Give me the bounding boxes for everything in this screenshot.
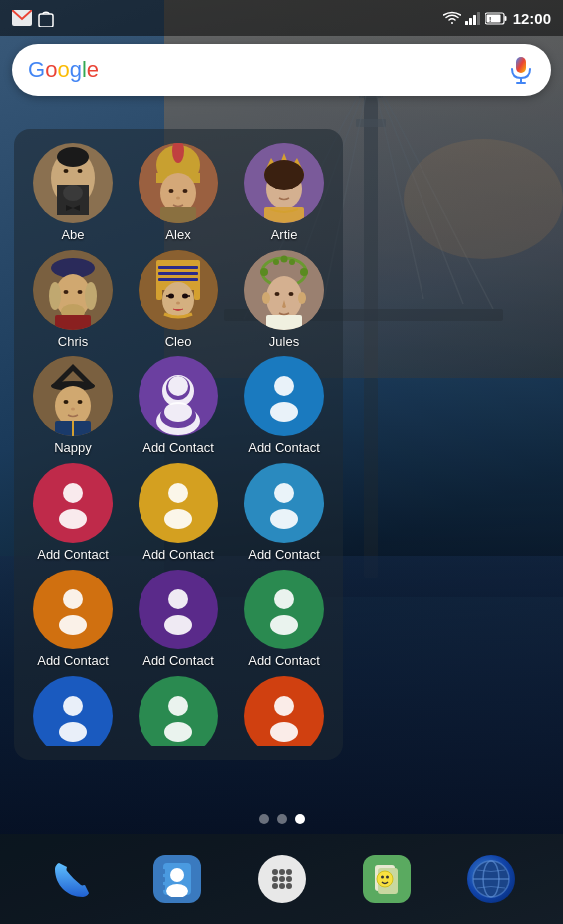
gmail-icon — [12, 10, 32, 26]
wifi-icon — [443, 11, 461, 25]
avatar-chris — [33, 250, 113, 330]
svg-point-129 — [286, 869, 292, 875]
svg-point-13 — [404, 139, 563, 259]
status-left-icons — [12, 9, 54, 27]
contact-name-artie: Artie — [271, 227, 298, 242]
svg-point-83 — [289, 292, 294, 296]
svg-point-122 — [170, 868, 184, 882]
add-avatar-4 — [139, 463, 218, 543]
add-contact-6[interactable]: Add Contact — [24, 570, 122, 668]
add-avatar-6 — [33, 570, 113, 649]
svg-rect-16 — [465, 21, 468, 25]
contact-chris[interactable]: Chris — [24, 250, 122, 348]
avatar-nappy — [33, 356, 113, 436]
dock-stickers[interactable] — [357, 849, 417, 909]
svg-point-75 — [260, 268, 268, 276]
contact-name-abe: Abe — [61, 227, 84, 242]
add-contact-label-6: Add Contact — [37, 653, 109, 668]
svg-point-32 — [64, 169, 69, 173]
svg-point-109 — [63, 589, 83, 609]
svg-point-110 — [59, 615, 87, 635]
svg-point-119 — [274, 696, 294, 716]
svg-rect-125 — [161, 877, 165, 882]
add-avatar-8 — [244, 570, 324, 649]
signal-icon — [465, 11, 481, 25]
add-contact-5[interactable]: Add Contact — [235, 463, 333, 562]
svg-point-85 — [298, 292, 306, 304]
dock-browser[interactable] — [461, 849, 521, 909]
svg-rect-66 — [158, 266, 198, 269]
svg-point-59 — [78, 290, 83, 294]
svg-point-118 — [164, 722, 192, 742]
add-avatar-5 — [244, 463, 324, 543]
contact-alex[interactable]: Alex — [130, 143, 227, 242]
add-avatar-7 — [139, 570, 218, 649]
add-contact-1[interactable]: Add Contact — [130, 356, 227, 455]
svg-point-108 — [270, 509, 298, 529]
contact-jules[interactable]: Jules — [235, 250, 333, 348]
svg-rect-67 — [158, 272, 198, 275]
add-contact-label-2: Add Contact — [248, 440, 320, 455]
add-contact-7[interactable]: Add Contact — [130, 570, 227, 668]
search-bar[interactable]: Google — [12, 44, 551, 96]
contact-name-chris: Chris — [58, 334, 88, 348]
svg-point-101 — [274, 376, 294, 396]
battery-icon: ! — [485, 12, 507, 25]
avatar-jules — [244, 250, 324, 330]
contact-abe[interactable]: Abe — [24, 143, 122, 242]
contact-cleo[interactable]: Cleo — [130, 250, 227, 348]
add-contact-8[interactable]: Add Contact — [235, 570, 333, 668]
svg-point-100 — [164, 402, 192, 422]
contact-artie[interactable]: Artie — [235, 143, 333, 242]
shopping-icon — [38, 9, 54, 27]
page-dot-3[interactable] — [295, 814, 305, 824]
contacts-widget: Abe A — [14, 129, 343, 760]
svg-point-78 — [289, 259, 295, 265]
add-contact-11[interactable] — [235, 676, 333, 746]
svg-point-51 — [289, 185, 294, 189]
page-dot-1[interactable] — [259, 814, 269, 824]
add-contact-9[interactable] — [24, 676, 122, 746]
svg-point-131 — [279, 876, 285, 882]
mic-icon[interactable] — [507, 56, 535, 84]
svg-point-114 — [270, 615, 298, 635]
dock-launcher[interactable] — [252, 849, 312, 909]
svg-point-43 — [176, 197, 180, 200]
dock — [0, 834, 563, 924]
svg-point-107 — [274, 483, 294, 503]
add-avatar-3 — [33, 463, 113, 543]
svg-point-116 — [59, 722, 87, 742]
add-avatar-1 — [139, 356, 218, 436]
svg-text:!: ! — [489, 16, 491, 23]
svg-rect-61 — [55, 315, 91, 330]
svg-rect-15 — [39, 14, 53, 27]
svg-point-105 — [168, 483, 188, 503]
svg-rect-54 — [55, 264, 91, 272]
add-contact-4[interactable]: Add Contact — [130, 463, 227, 562]
avatar-abe — [33, 143, 113, 223]
svg-point-72 — [176, 302, 180, 305]
page-dot-2[interactable] — [277, 814, 287, 824]
svg-point-69 — [162, 282, 194, 318]
svg-point-41 — [169, 189, 174, 193]
status-time: 12:00 — [513, 10, 551, 27]
svg-point-102 — [270, 402, 298, 422]
contact-name-alex: Alex — [165, 227, 190, 242]
svg-point-130 — [272, 876, 278, 882]
dock-contacts[interactable] — [147, 849, 207, 909]
svg-rect-126 — [161, 885, 165, 890]
add-contact-3[interactable]: Add Contact — [24, 463, 122, 562]
contact-name-cleo: Cleo — [165, 334, 192, 348]
dock-phone[interactable] — [43, 849, 103, 909]
contact-nappy[interactable]: Nappy — [24, 356, 122, 455]
svg-point-77 — [273, 259, 279, 265]
svg-point-133 — [272, 883, 278, 889]
svg-rect-18 — [473, 15, 476, 25]
svg-point-128 — [279, 869, 285, 875]
browser-app-icon — [467, 855, 515, 903]
svg-point-104 — [59, 509, 87, 529]
status-right: ! 12:00 — [443, 10, 551, 27]
add-contact-label-5: Add Contact — [248, 547, 320, 562]
add-contact-2[interactable]: Add Contact — [235, 356, 333, 455]
add-contact-10[interactable] — [130, 676, 227, 746]
